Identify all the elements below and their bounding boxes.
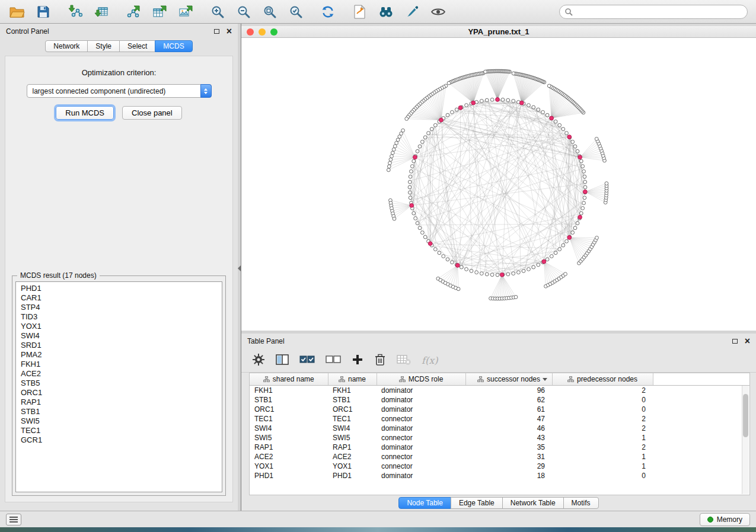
mcds-node-stb1[interactable]: STB1	[16, 407, 222, 416]
mcds-node-car1[interactable]: CAR1	[16, 293, 222, 303]
table-tab-motifs[interactable]: Motifs	[563, 497, 599, 509]
mcds-node-yox1[interactable]: YOX1	[16, 322, 222, 331]
table-row-fkh1[interactable]: FKH1FKH1dominator962	[250, 386, 749, 395]
column-header-shared-name[interactable]: shared name	[250, 373, 328, 386]
main-toolbar	[0, 0, 756, 24]
optimization-criterion-label: Optimization criterion:	[82, 68, 157, 77]
refresh-icon[interactable]	[317, 3, 339, 21]
maximize-window-button[interactable]	[270, 28, 277, 36]
node-table: shared namenameMCDS rolesuccessor nodesp…	[249, 373, 750, 495]
minimize-window-button[interactable]	[259, 28, 266, 36]
export-image-icon[interactable]	[174, 3, 197, 21]
mcds-node-phd1[interactable]: PHD1	[16, 284, 222, 293]
close-window-button[interactable]	[247, 28, 254, 36]
criterion-dropdown[interactable]: largest connected component (undirected)	[27, 84, 212, 98]
share-document-icon[interactable]	[349, 3, 371, 21]
mcds-node-swi5[interactable]: SWI5	[16, 416, 222, 426]
tab-mcds[interactable]: MCDS	[155, 40, 192, 52]
search-input[interactable]	[573, 8, 747, 16]
mcds-node-srd1[interactable]: SRD1	[16, 341, 222, 350]
control-panel-title: Control Panel	[6, 27, 49, 36]
show-hide-eye-icon[interactable]	[427, 3, 449, 21]
close-panel-icon[interactable]: ×	[227, 27, 232, 36]
table-row-orc1[interactable]: ORC1ORC1dominator610	[250, 405, 749, 414]
mcds-node-tid3[interactable]: TID3	[16, 312, 222, 322]
desktop-background	[0, 527, 756, 532]
network-window-titlebar: YPA_prune.txt_1	[241, 26, 756, 38]
close-panel-button[interactable]: Close panel	[122, 106, 182, 120]
zoom-selected-icon[interactable]	[285, 3, 307, 21]
tab-select[interactable]: Select	[119, 40, 155, 52]
column-header-MCDS-role[interactable]: MCDS role	[377, 373, 465, 386]
column-header-name[interactable]: name	[328, 373, 377, 386]
split-columns-icon[interactable]	[276, 354, 289, 368]
close-table-panel-icon[interactable]: ×	[745, 336, 750, 346]
add-column-icon[interactable]	[352, 354, 363, 368]
table-panel: Table Panel × f(x) shared namena	[241, 334, 756, 511]
network-canvas[interactable]	[241, 38, 756, 331]
column-header-predecessor-nodes[interactable]: predecessor nodes	[552, 373, 653, 386]
table-tab-network-table[interactable]: Network Table	[502, 497, 564, 509]
mcds-node-orc1[interactable]: ORC1	[16, 388, 222, 398]
network-graph	[241, 38, 756, 331]
table-scrollbar[interactable]	[742, 386, 749, 494]
table-row-ace2[interactable]: ACE2ACE2connector311	[250, 452, 749, 462]
open-folder-icon[interactable]	[6, 3, 28, 21]
list-menu-icon[interactable]	[6, 514, 21, 525]
status-bar: Memory	[0, 511, 756, 527]
export-table-icon[interactable]	[148, 3, 171, 21]
mcds-node-fkh1[interactable]: FKH1	[16, 360, 222, 369]
zoom-out-icon[interactable]	[232, 3, 255, 21]
run-mcds-button[interactable]: Run MCDS	[56, 106, 114, 120]
export-network-icon[interactable]	[122, 3, 145, 21]
style-brush-icon[interactable]	[401, 3, 423, 21]
mcds-node-swi4[interactable]: SWI4	[16, 331, 222, 341]
network-window: YPA_prune.txt_1	[241, 26, 756, 331]
table-tab-bar: Node TableEdge TableNetwork TableMotifs	[241, 495, 756, 511]
zoom-fit-icon[interactable]	[259, 3, 281, 21]
table-row-swi4[interactable]: SWI4SWI4dominator462	[250, 424, 749, 433]
mcds-node-gcr1[interactable]: GCR1	[16, 435, 222, 445]
table-row-phd1[interactable]: PHD1PHD1dominator180	[250, 471, 749, 480]
table-settings-gear-icon[interactable]	[252, 353, 265, 368]
table-tab-edge-table[interactable]: Edge Table	[451, 497, 503, 509]
table-row-swi5[interactable]: SWI5SWI5connector431	[250, 433, 749, 443]
deselect-all-rows-icon[interactable]	[326, 354, 341, 367]
import-network-icon[interactable]	[64, 3, 87, 21]
mcds-node-stp4[interactable]: STP4	[16, 303, 222, 312]
table-scrollbar-thumb[interactable]	[743, 394, 748, 437]
panel-splitter[interactable]	[238, 24, 241, 511]
float-panel-icon[interactable]	[214, 29, 219, 34]
table-row-stb1[interactable]: STB1STB1dominator620	[250, 395, 749, 405]
mcds-node-rap1[interactable]: RAP1	[16, 398, 222, 407]
mcds-node-ace2[interactable]: ACE2	[16, 369, 222, 379]
mcds-result-list[interactable]: PHD1CAR1STP4TID3YOX1SWI4SRD1PMA2FKH1ACE2…	[15, 281, 222, 492]
import-table-icon[interactable]	[90, 3, 113, 21]
table-row-tec1[interactable]: TEC1TEC1connector472	[250, 414, 749, 424]
table-row-rap1[interactable]: RAP1RAP1dominator352	[250, 443, 749, 452]
mcds-node-tec1[interactable]: TEC1	[16, 426, 222, 435]
column-header-successor-nodes[interactable]: successor nodes	[465, 373, 552, 386]
mcds-result-box: MCDS result (17 nodes) PHD1CAR1STP4TID3Y…	[12, 275, 226, 496]
memory-label: Memory	[717, 515, 742, 524]
float-table-panel-icon[interactable]	[732, 339, 738, 344]
dropdown-stepper-icon	[200, 84, 212, 98]
mcds-node-pma2[interactable]: PMA2	[16, 350, 222, 360]
tab-style[interactable]: Style	[87, 40, 120, 52]
control-panel: Control Panel × NetworkStyleSelectMCDS O…	[0, 24, 238, 511]
mcds-node-stb5[interactable]: STB5	[16, 379, 222, 388]
tab-network[interactable]: Network	[45, 40, 88, 52]
memory-button[interactable]: Memory	[700, 513, 750, 526]
search-network-icon[interactable]	[375, 3, 397, 21]
zoom-in-icon[interactable]	[206, 3, 229, 21]
table-tab-node-table[interactable]: Node Table	[398, 497, 451, 509]
select-all-rows-icon[interactable]	[299, 354, 315, 367]
mcds-tab-content: Optimization criterion: largest connecte…	[5, 56, 233, 502]
control-panel-header: Control Panel ×	[0, 24, 238, 39]
delete-table-icon-disabled	[397, 354, 411, 368]
delete-column-trash-icon[interactable]	[374, 353, 386, 368]
memory-status-dot-icon	[707, 517, 713, 523]
save-icon[interactable]	[32, 3, 55, 21]
search-box	[559, 5, 748, 19]
table-row-yox1[interactable]: YOX1YOX1connector291	[250, 462, 749, 471]
